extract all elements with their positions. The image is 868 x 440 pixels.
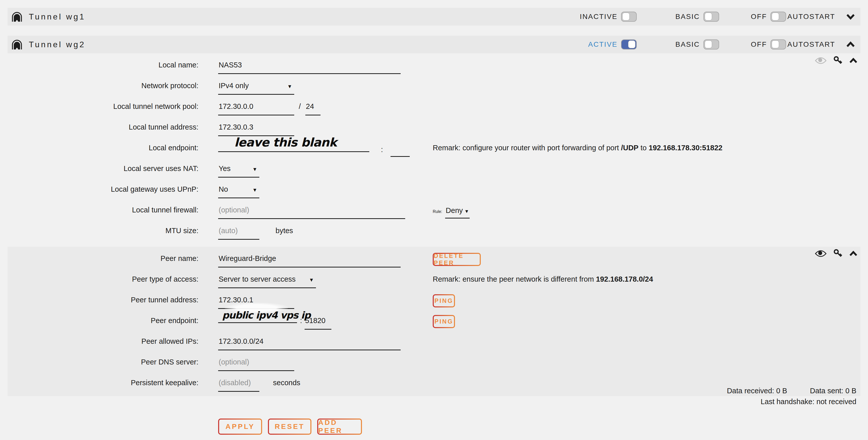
autostart-toggle[interactable] [770, 39, 786, 49]
tunnel-header-wg2[interactable]: Tunnel wg2 ACTIVE BASIC OFF AUTOSTART [8, 36, 860, 53]
network-pool-row: Local tunnel network pool: 172.30.0.0 / … [8, 95, 860, 115]
peer-section-tools [815, 249, 857, 259]
field-label: Local tunnel address: [8, 123, 198, 136]
upnp-select[interactable]: No ▼ [218, 185, 259, 198]
local-section-tools [815, 56, 857, 65]
add-peer-button[interactable]: ADD PEER [317, 418, 362, 435]
field-label: Local tunnel network pool: [8, 102, 198, 115]
tunnel-controls: ACTIVE BASIC OFF AUTOSTART [588, 39, 855, 49]
mtu-input[interactable]: (auto) [218, 227, 259, 240]
local-endpoint-input[interactable]: leave this blank [218, 139, 369, 152]
key-icon[interactable] [833, 249, 843, 259]
field-label: Peer name: [8, 255, 198, 268]
footer-actions: APPLY RESET ADD PEER [218, 418, 860, 435]
peer-address-row: Peer tunnel address: 172.30.0.1 PING [8, 288, 860, 309]
pool-separator: / [299, 102, 301, 111]
field-label: Local name: [8, 61, 198, 74]
dropdown-arrow-icon: ▼ [252, 187, 257, 194]
tunnel-controls: INACTIVE BASIC OFF AUTOSTART [580, 12, 855, 22]
toggle-knob [622, 13, 630, 21]
collapse-chevron-up-icon[interactable] [849, 251, 857, 257]
rule-select[interactable]: Deny▼ [445, 206, 470, 218]
peer-name-input[interactable]: Wireguard-Bridge [218, 255, 401, 268]
peer-endpoint-row: Peer endpoint: public ipv4 vps ip : 5182… [8, 309, 860, 330]
network-pool-input[interactable]: 172.30.0.0 [218, 102, 294, 115]
nat-row: Local server uses NAT: Yes ▼ [8, 157, 860, 177]
peer-allowed-ips-input[interactable]: 172.30.0.0/24 [218, 337, 401, 350]
key-icon[interactable] [833, 56, 843, 65]
nat-select[interactable]: Yes ▼ [218, 164, 259, 177]
tunnel-title: Tunnel wg1 [29, 12, 86, 22]
chevron-up-icon[interactable] [846, 41, 855, 47]
dropdown-arrow-icon: ▼ [464, 209, 469, 214]
toggle-knob [772, 13, 779, 21]
peer-access-row: Peer type of access: Server to server ac… [8, 268, 860, 288]
field-label: Persistent keepalive: [8, 379, 198, 392]
status-toggle[interactable] [621, 12, 637, 22]
pool-prefix-input[interactable]: 24 [305, 102, 320, 115]
network-protocol-select[interactable]: IPv4 only ▼ [218, 81, 294, 95]
keepalive-unit: seconds [273, 379, 300, 387]
ping-tunnel-address-button[interactable]: PING [433, 294, 455, 307]
status-label: ACTIVE [588, 40, 618, 48]
local-address-input[interactable]: 172.30.0.3 [218, 123, 294, 136]
peer-name-row: Peer name: Wireguard-Bridge DELETE PEER [8, 247, 860, 268]
rule-label: Rule: [433, 209, 442, 214]
endpoint-colon: : [381, 145, 383, 154]
autostart-label: AUTOSTART [787, 40, 835, 48]
mtu-unit: bytes [276, 227, 293, 235]
autostart-off-label: OFF [751, 13, 767, 21]
peer-access-select[interactable]: Server to server access ▼ [218, 275, 316, 288]
endpoint-annotation: leave this blank [234, 135, 337, 149]
wireguard-logo-icon [11, 11, 23, 22]
reset-button[interactable]: RESET [268, 418, 311, 435]
endpoint-annotation: public ipv4 vps ip [222, 310, 310, 321]
local-endpoint-port-input[interactable] [391, 144, 410, 157]
basic-label: BASIC [675, 40, 700, 48]
firewall-rule: Rule: Deny▼ [433, 206, 470, 218]
dropdown-arrow-icon: ▼ [252, 166, 257, 173]
apply-button[interactable]: APPLY [218, 418, 262, 435]
firewall-row: Local tunnel firewall: (optional) Rule: … [8, 198, 860, 219]
chevron-down-icon[interactable] [846, 14, 855, 20]
tunnel-title: Tunnel wg2 [29, 40, 86, 49]
network-protocol-row: Network protocol: IPv4 only ▼ [8, 74, 860, 95]
autostart-toggle[interactable] [770, 12, 786, 22]
data-sent: Data sent: 0 B [810, 387, 856, 395]
peer-endpoint-actions: PING [433, 315, 455, 328]
show-config-eye-icon[interactable] [815, 57, 827, 64]
collapse-chevron-up-icon[interactable] [849, 58, 857, 63]
show-config-eye-icon[interactable] [815, 250, 827, 258]
field-label: Peer allowed IPs: [8, 337, 198, 350]
peer-traffic-stats: Data received: 0 B Data sent: 0 B [727, 387, 856, 395]
delete-peer-button[interactable]: DELETE PEER [433, 253, 481, 266]
autostart-off-label: OFF [751, 40, 767, 48]
peer-endpoint-input[interactable]: public ipv4 vps ip [218, 310, 297, 323]
peer-dns-input[interactable]: (optional) [218, 358, 294, 371]
tunnel-header-wg1[interactable]: Tunnel wg1 INACTIVE BASIC OFF AUTOSTART [8, 8, 860, 26]
peer-network-remark: Remark: ensure the peer network is diffe… [433, 275, 653, 283]
peer-dns-row: Peer DNS server: (optional) [8, 350, 860, 371]
status-toggle[interactable] [621, 39, 637, 49]
upnp-row: Local gateway uses UPnP: No ▼ [8, 177, 860, 198]
field-label: Local server uses NAT: [8, 164, 198, 177]
local-name-input[interactable]: NAS53 [218, 61, 401, 74]
autostart-label: AUTOSTART [787, 13, 835, 21]
basic-toggle[interactable] [704, 39, 719, 49]
status-label: INACTIVE [580, 13, 618, 21]
toggle-knob [705, 13, 712, 21]
firewall-input[interactable]: (optional) [218, 206, 405, 219]
mtu-row: MTU size: (auto) bytes [8, 219, 860, 240]
wireguard-logo-icon [11, 39, 23, 50]
ping-endpoint-button[interactable]: PING [433, 315, 455, 328]
tunnel-wg2-config: Local name: NAS53 Network protocol: IPv4… [8, 53, 860, 435]
local-address-row: Local tunnel address: 172.30.0.3 [8, 115, 860, 136]
local-name-row: Local name: NAS53 [8, 53, 860, 74]
peer-address-actions: PING [433, 294, 455, 307]
field-label: Peer tunnel address: [8, 296, 198, 309]
field-label: Peer type of access: [8, 275, 198, 288]
keepalive-input[interactable]: (disabled) [218, 379, 259, 392]
basic-toggle[interactable] [704, 12, 719, 22]
last-handshake-status: Last handshake: not received [8, 398, 856, 406]
toggle-knob [705, 40, 712, 48]
